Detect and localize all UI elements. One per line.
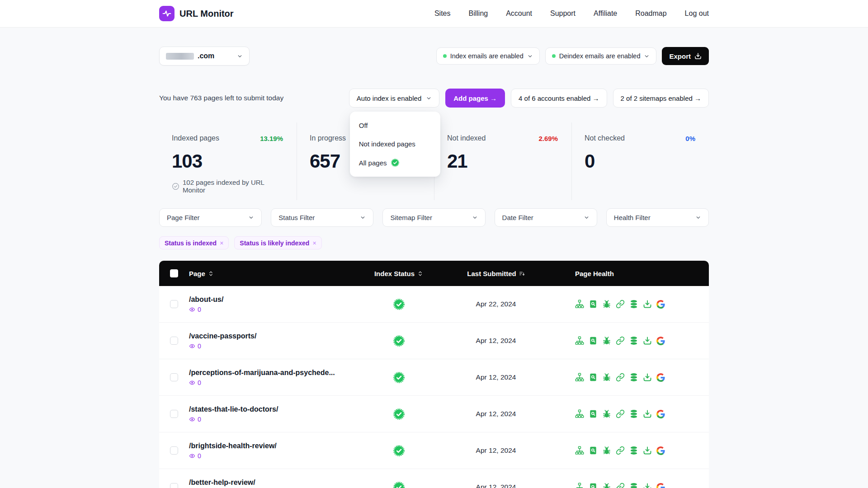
nav-item-roadmap[interactable]: Roadmap xyxy=(635,9,666,18)
row-checkbox[interactable] xyxy=(170,483,178,488)
accounts-enabled-button[interactable]: 4 of 6 accounts enabled → xyxy=(511,89,607,108)
row-checkbox[interactable] xyxy=(170,446,178,455)
page-audit-icon[interactable] xyxy=(589,446,598,455)
page-url-link[interactable]: /about-us/ xyxy=(189,296,367,304)
nav-item-affiliate[interactable]: Affiliate xyxy=(594,9,617,18)
sitemap-icon[interactable] xyxy=(575,300,584,309)
chip-status-likely-indexed[interactable]: Status is likely indexed × xyxy=(234,236,321,249)
column-last-submitted[interactable]: Last Submitted xyxy=(430,270,561,277)
sort-icon[interactable] xyxy=(208,271,214,277)
menu-item-not-indexed-pages[interactable]: Not indexed pages xyxy=(350,135,440,153)
database-icon[interactable] xyxy=(629,446,638,455)
site-selector-dropdown[interactable]: .com xyxy=(159,47,250,66)
page-audit-icon[interactable] xyxy=(589,300,598,309)
download-icon[interactable] xyxy=(643,483,652,488)
nav-item-sites[interactable]: Sites xyxy=(434,9,451,18)
chip-status-indexed[interactable]: Status is indexed × xyxy=(159,236,229,249)
google-icon[interactable] xyxy=(656,446,665,455)
crawler-bug-icon[interactable] xyxy=(602,300,611,309)
link-icon[interactable] xyxy=(616,483,625,488)
status-filter-dropdown[interactable]: Status Filter xyxy=(271,208,373,227)
nav-item-account[interactable]: Account xyxy=(506,9,532,18)
sitemap-icon[interactable] xyxy=(575,409,584,418)
sitemap-icon[interactable] xyxy=(575,446,584,455)
remove-filter-icon[interactable]: × xyxy=(312,239,316,247)
sort-descending-icon[interactable] xyxy=(519,271,525,277)
google-icon[interactable] xyxy=(656,483,665,488)
database-icon[interactable] xyxy=(629,483,638,488)
health-filter-dropdown[interactable]: Health Filter xyxy=(606,208,709,227)
crawler-bug-icon[interactable] xyxy=(602,483,611,488)
page-url-link[interactable]: /perceptions-of-marijuana-and-psychede..… xyxy=(189,369,367,377)
deindex-emails-dropdown[interactable]: Deindex emails are enabled xyxy=(545,47,657,65)
app-logo[interactable]: URL Monitor xyxy=(159,6,234,21)
sitemap-icon[interactable] xyxy=(575,373,584,382)
column-index-status[interactable]: Index Status xyxy=(367,270,430,277)
filter-label: Sitemap Filter xyxy=(390,214,432,221)
page-url-link[interactable]: /better-help-review/ xyxy=(189,479,367,487)
page-views: 0 xyxy=(189,343,367,350)
page-audit-icon[interactable] xyxy=(589,483,598,488)
link-icon[interactable] xyxy=(616,409,625,418)
row-checkbox[interactable] xyxy=(170,410,178,418)
download-icon[interactable] xyxy=(643,336,652,345)
eye-icon xyxy=(189,416,195,422)
export-button[interactable]: Export xyxy=(662,47,709,65)
page-url-link[interactable]: /vaccine-passports/ xyxy=(189,332,367,340)
crawler-bug-icon[interactable] xyxy=(602,336,611,345)
google-icon[interactable] xyxy=(656,410,665,418)
stat-label: In progress xyxy=(310,134,346,142)
crawler-bug-icon[interactable] xyxy=(602,409,611,418)
chevron-down-icon xyxy=(472,215,478,221)
google-icon[interactable] xyxy=(656,300,665,309)
crawler-bug-icon[interactable] xyxy=(602,446,611,455)
column-page[interactable]: Page xyxy=(189,270,367,277)
eye-icon xyxy=(189,380,195,386)
add-pages-button[interactable]: Add pages → xyxy=(445,89,505,108)
stat-percentage: 2.69% xyxy=(538,135,558,142)
google-icon[interactable] xyxy=(656,337,665,345)
database-icon[interactable] xyxy=(629,300,638,309)
crawler-bug-icon[interactable] xyxy=(602,373,611,382)
sitemaps-enabled-button[interactable]: 2 of 2 sitemaps enabled → xyxy=(613,89,709,108)
sitemap-icon[interactable] xyxy=(575,336,584,345)
table-header: Page Index Status Last Submitted Page He… xyxy=(159,261,709,286)
page-filter-dropdown[interactable]: Page Filter xyxy=(159,208,262,227)
download-icon[interactable] xyxy=(643,373,652,382)
stat-value: 0 xyxy=(585,150,695,172)
database-icon[interactable] xyxy=(629,373,638,382)
link-icon[interactable] xyxy=(616,446,625,455)
row-checkbox[interactable] xyxy=(170,373,178,381)
google-icon[interactable] xyxy=(656,373,665,382)
link-icon[interactable] xyxy=(616,300,625,309)
menu-item-off[interactable]: Off xyxy=(350,116,440,135)
remove-filter-icon[interactable]: × xyxy=(220,239,223,247)
nav-item-logout[interactable]: Log out xyxy=(685,9,709,18)
select-all-checkbox[interactable] xyxy=(170,269,178,277)
page-url-link[interactable]: /brightside-health-review/ xyxy=(189,442,367,450)
nav-item-support[interactable]: Support xyxy=(550,9,576,18)
database-icon[interactable] xyxy=(629,409,638,418)
nav-item-billing[interactable]: Billing xyxy=(469,9,488,18)
menu-item-all-pages[interactable]: All pages xyxy=(350,153,440,172)
link-icon[interactable] xyxy=(616,373,625,382)
page-audit-icon[interactable] xyxy=(589,336,598,345)
download-icon[interactable] xyxy=(643,446,652,455)
index-emails-dropdown[interactable]: Index emails are enabled xyxy=(436,47,540,65)
stat-label: Not checked xyxy=(585,134,625,142)
column-label: Last Submitted xyxy=(467,270,516,277)
page-url-link[interactable]: /states-that-lie-to-doctors/ xyxy=(189,405,367,413)
auto-index-dropdown[interactable]: Auto index is enabled xyxy=(349,89,439,108)
page-audit-icon[interactable] xyxy=(589,373,598,382)
sitemap-icon[interactable] xyxy=(575,483,584,488)
download-icon[interactable] xyxy=(643,409,652,418)
sitemap-filter-dropdown[interactable]: Sitemap Filter xyxy=(382,208,485,227)
row-checkbox[interactable] xyxy=(170,300,178,308)
page-audit-icon[interactable] xyxy=(589,409,598,418)
date-filter-dropdown[interactable]: Date Filter xyxy=(495,208,597,227)
database-icon[interactable] xyxy=(629,336,638,345)
row-checkbox[interactable] xyxy=(170,337,178,345)
download-icon[interactable] xyxy=(643,300,652,309)
link-icon[interactable] xyxy=(616,336,625,345)
sort-icon[interactable] xyxy=(417,271,423,277)
